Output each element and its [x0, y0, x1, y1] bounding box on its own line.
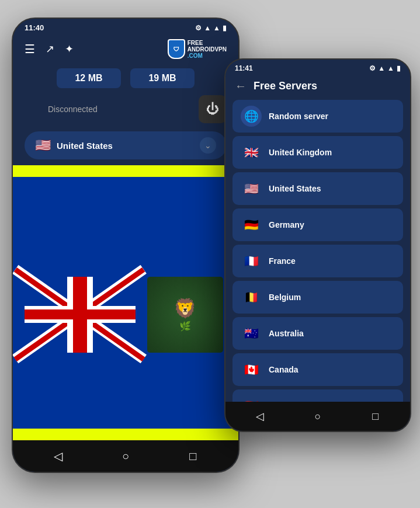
header-title: Free Servers — [254, 80, 317, 92]
server-name-1: United Kingdom — [269, 148, 332, 157]
back-button-2[interactable]: ◁ — [251, 408, 269, 425]
toolbar-left: ☰ ↗ ✦ — [25, 42, 74, 56]
server-item[interactable]: 🌐Random server — [232, 100, 403, 133]
menu-icon[interactable]: ☰ — [25, 42, 35, 56]
back-arrow-icon[interactable]: ← — [235, 79, 247, 93]
flag-stripe-top — [13, 165, 238, 177]
server-name-2: United States — [269, 184, 321, 193]
server-name-4: France — [269, 256, 296, 266]
server-flag-6: 🇦🇺 — [241, 323, 262, 344]
server-flag-1: 🇬🇧 — [241, 142, 262, 163]
data-row: 12 MB 19 MB — [13, 64, 238, 93]
server-item[interactable]: 🇺🇸United States — [232, 172, 403, 205]
status-icons-1: ⚙ ▲ ▲ ▮ — [195, 24, 227, 32]
server-flag-4: 🇫🇷 — [241, 250, 262, 272]
home-button-2[interactable]: ○ — [309, 408, 327, 425]
crest-area: 🦁 🌿 — [147, 277, 223, 353]
server-item[interactable]: 🇦🇺Australia — [232, 317, 403, 350]
connection-row: Disconnected ⏻ — [13, 93, 238, 129]
server-flag-2: 🇺🇸 — [241, 178, 262, 199]
bottom-nav-2: ◁ ○ □ — [225, 402, 410, 431]
status-bar-1: 11:40 ⚙ ▲ ▲ ▮ — [13, 19, 238, 34]
battery-icon: ▮ — [223, 24, 227, 32]
server-selector[interactable]: 🇺🇸 United States ⌄ — [25, 131, 227, 159]
wifi-icon-2: ▲ — [378, 64, 385, 72]
download-badge: 12 MB — [57, 68, 121, 88]
power-button[interactable]: ⏻ — [199, 95, 227, 123]
logo-shield: 🛡 FREE ANDROIDVPN .COM — [168, 39, 227, 59]
server-flag-5: 🇧🇪 — [241, 287, 262, 308]
flag-cayman: 🦁 🌿 — [13, 177, 238, 440]
server-item[interactable]: 🇨🇦Canada — [232, 353, 403, 386]
server-name: United States — [57, 141, 113, 151]
home-button-1[interactable]: ○ — [117, 447, 134, 465]
server-list: 🌐Random server🇬🇧United Kingdom🇺🇸United S… — [225, 100, 410, 402]
logo-text: FREE ANDROIDVPN .COM — [188, 40, 227, 59]
battery-icon-2: ▮ — [397, 64, 401, 72]
phone2: 11:41 ⚙ ▲ ▲ ▮ ← Free Servers 🌐Random ser… — [224, 58, 411, 432]
server-flag-3: 🇩🇪 — [241, 214, 262, 235]
status-bar-2: 11:41 ⚙ ▲ ▲ ▮ — [225, 60, 410, 75]
phone1: 11:40 ⚙ ▲ ▲ ▮ ☰ ↗ ✦ 🛡 FREE ANDROIDVPN — [12, 18, 239, 473]
time-1: 11:40 — [25, 23, 44, 32]
settings-icon-2: ⚙ — [369, 64, 376, 72]
status-icons-2: ⚙ ▲ ▲ ▮ — [369, 64, 401, 72]
flag-area: 🦁 🌿 — [13, 165, 238, 440]
recent-button-2[interactable]: □ — [367, 408, 384, 425]
server-name-3: Germany — [269, 220, 304, 229]
union-jack — [25, 277, 136, 353]
settings-icon: ⚙ — [195, 24, 202, 32]
bottom-nav-1: ◁ ○ □ — [13, 440, 238, 472]
chevron-down-icon[interactable]: ⌄ — [200, 137, 216, 154]
stars-icon[interactable]: ✦ — [65, 43, 74, 55]
flag-stripe-bottom — [13, 429, 238, 440]
server-item[interactable]: 🇧🇪Belgium — [232, 281, 403, 314]
upload-badge: 19 MB — [130, 68, 195, 88]
back-button-1[interactable]: ◁ — [50, 447, 67, 465]
server-name-7: Canada — [269, 365, 298, 374]
server-item[interactable]: 🇬🇧United Kingdom — [232, 136, 403, 169]
logo-area: 🛡 FREE ANDROIDVPN .COM — [168, 39, 227, 59]
disconnected-label: Disconnected — [48, 105, 98, 114]
toolbar-1: ☰ ↗ ✦ 🛡 FREE ANDROIDVPN .COM — [13, 34, 238, 64]
server-name-0: Random server — [269, 112, 328, 121]
share-icon[interactable]: ↗ — [46, 43, 54, 55]
server-flag-0: 🌐 — [241, 106, 262, 127]
server-item[interactable]: 🇩🇪Germany — [232, 208, 403, 241]
server-item[interactable]: 🇳🇱Netherlands — [232, 389, 403, 402]
server-flag-7: 🇨🇦 — [241, 359, 262, 380]
server-selector-left: 🇺🇸 United States — [35, 138, 113, 153]
recent-button-1[interactable]: □ — [184, 447, 202, 465]
server-name-6: Australia — [269, 329, 304, 338]
header-2: ← Free Servers — [225, 75, 410, 100]
server-flag: 🇺🇸 — [35, 138, 51, 153]
wifi-icon: ▲ — [204, 24, 211, 32]
signal-icon-2: ▲ — [387, 64, 394, 72]
server-item[interactable]: 🇫🇷France — [232, 245, 403, 277]
time-2: 11:41 — [235, 64, 253, 72]
server-flag-8: 🇳🇱 — [241, 395, 262, 402]
signal-icon: ▲ — [213, 24, 220, 32]
server-name-5: Belgium — [269, 293, 301, 302]
